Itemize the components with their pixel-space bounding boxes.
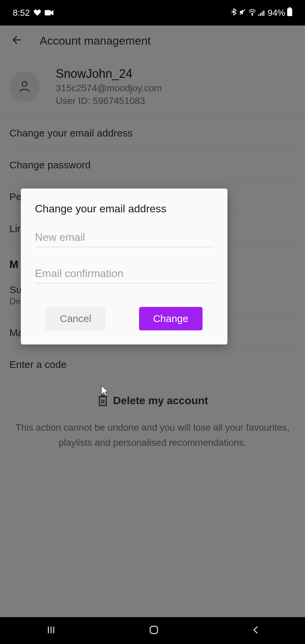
status-right: 94%: [231, 7, 292, 18]
status-left: 8:52: [13, 8, 53, 18]
battery-percent: 94%: [268, 8, 285, 18]
change-button[interactable]: Change: [139, 307, 203, 330]
svg-rect-6: [263, 10, 264, 16]
svg-rect-7: [289, 7, 291, 8]
status-time: 8:52: [13, 8, 30, 18]
camera-icon: [45, 9, 53, 16]
bluetooth-icon: [231, 8, 237, 18]
back-button[interactable]: [252, 625, 259, 636]
status-bar: 8:52 94%: [0, 0, 305, 25]
svg-point-2: [252, 14, 253, 15]
svg-rect-3: [258, 14, 259, 16]
mute-icon: [239, 8, 246, 18]
modal-title: Change your email address: [35, 203, 213, 215]
svg-rect-4: [260, 13, 261, 16]
modal-buttons: Cancel Change: [35, 307, 213, 330]
confirm-email-input[interactable]: [35, 264, 213, 283]
svg-rect-5: [262, 12, 263, 16]
nav-bar: [0, 617, 305, 644]
recents-button[interactable]: [46, 625, 56, 636]
battery-icon: [287, 7, 292, 18]
svg-rect-8: [287, 8, 292, 16]
wifi-icon: [248, 8, 256, 18]
signal-icon: [258, 8, 266, 18]
home-button[interactable]: [149, 625, 159, 636]
cancel-button[interactable]: Cancel: [46, 307, 105, 330]
svg-rect-0: [45, 10, 51, 15]
change-email-modal: Change your email address Cancel Change: [21, 189, 227, 344]
new-email-input[interactable]: [35, 228, 213, 247]
svg-rect-13: [150, 626, 158, 634]
heart-icon: [33, 9, 41, 17]
